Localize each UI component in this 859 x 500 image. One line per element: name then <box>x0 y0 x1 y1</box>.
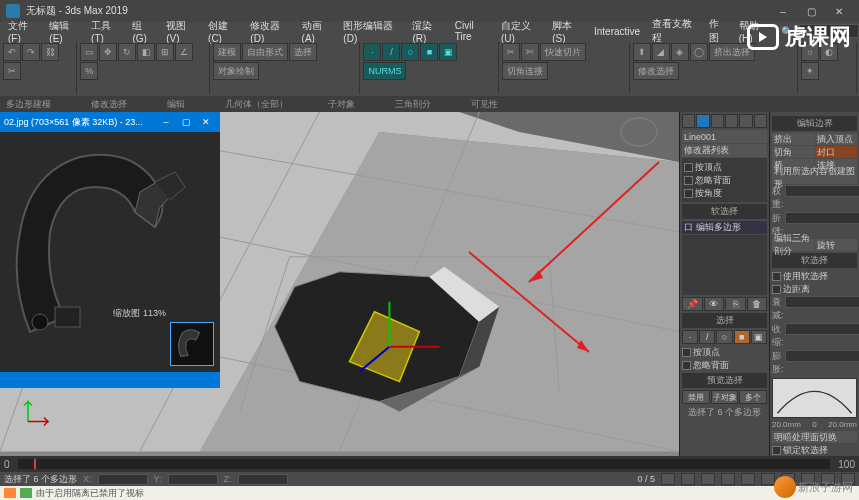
create-tab[interactable] <box>682 114 695 128</box>
hierarchy-tab[interactable] <box>711 114 724 128</box>
subbar-e[interactable]: 子对象 <box>328 98 355 111</box>
crease-input[interactable] <box>785 212 859 224</box>
snap-button[interactable]: ⊞ <box>156 43 174 61</box>
preview-off[interactable]: 禁用 <box>682 390 710 404</box>
subobj-element[interactable]: ▣ <box>751 330 767 344</box>
extrude-button[interactable]: ⬆ <box>633 43 651 61</box>
element-mode-button[interactable]: ▣ <box>439 43 457 61</box>
rotate-button[interactable]: ↻ <box>118 43 136 61</box>
minimize-button[interactable]: – <box>769 2 797 20</box>
quick-label[interactable]: 快速切片 <box>540 43 586 61</box>
shade-toggle[interactable]: 明暗处理面切换 <box>772 431 857 443</box>
timeline-marker[interactable] <box>34 459 36 469</box>
subbar-c[interactable]: 编辑 <box>167 98 185 111</box>
timeline-track[interactable] <box>18 459 831 469</box>
edge-dist-check[interactable]: 边距离 <box>772 283 857 295</box>
nurms-button[interactable]: NURMS <box>363 62 406 80</box>
timeline[interactable]: 0 100 <box>0 456 859 472</box>
freeform-tab[interactable]: 自由形式 <box>242 43 288 61</box>
rotate-btn[interactable]: 旋转 <box>815 239 857 251</box>
menu-create[interactable]: 创建(C) <box>204 19 242 44</box>
cut-button[interactable]: ✄ <box>521 43 539 61</box>
subbar-b[interactable]: 修改选择 <box>91 98 127 111</box>
modify-tab[interactable] <box>696 114 709 128</box>
utility-tab[interactable] <box>754 114 767 128</box>
subbar-d[interactable]: 几何体（全部） <box>225 98 288 111</box>
edit-border-header[interactable]: 编辑边界 <box>772 116 857 131</box>
pin-stack-button[interactable]: 📌 <box>682 297 703 311</box>
subbar-f[interactable]: 三角剖分 <box>395 98 431 111</box>
remove-mod-button[interactable]: 🗑 <box>747 297 768 311</box>
play-button[interactable] <box>701 473 715 485</box>
ref-max-button[interactable]: ▢ <box>176 117 196 127</box>
falloff-input[interactable] <box>785 296 859 308</box>
poly-mode-button[interactable]: ■ <box>420 43 438 61</box>
menu-script[interactable]: 脚本(S) <box>548 19 586 44</box>
maxscript-icon[interactable] <box>20 488 32 498</box>
chamfer-btn[interactable]: 切角 <box>772 146 814 158</box>
play-prev-button[interactable] <box>681 473 695 485</box>
motion-tab[interactable] <box>725 114 738 128</box>
menu-modifier[interactable]: 修改器(D) <box>246 19 293 44</box>
ref-image-body[interactable]: 缩放图 113% <box>0 132 220 372</box>
move-button[interactable]: ✥ <box>99 43 117 61</box>
insert-vertex-btn[interactable]: 插入顶点 <box>815 133 857 145</box>
bubble-input[interactable] <box>785 350 859 362</box>
menu-edit[interactable]: 编辑(E) <box>45 19 83 44</box>
menu-graph[interactable]: 图形编辑器(D) <box>339 19 404 44</box>
z-coord-input[interactable] <box>238 474 288 485</box>
subobj-border[interactable]: ○ <box>716 330 732 344</box>
unlink-button[interactable]: ✂ <box>3 62 21 80</box>
convert-label[interactable]: 切角连接 <box>502 62 548 80</box>
redo-button[interactable]: ↷ <box>22 43 40 61</box>
play-next-button[interactable] <box>721 473 735 485</box>
subbar-g[interactable]: 可见性 <box>471 98 498 111</box>
extrude-label[interactable]: 挤出选择 <box>709 43 755 61</box>
lock-soft-check[interactable]: 锁定软选择 <box>772 444 857 456</box>
menu-civil[interactable]: Civil Tire <box>451 20 493 42</box>
menu-custom[interactable]: 自定义(U) <box>497 19 544 44</box>
preview-multi[interactable]: 多个 <box>739 390 767 404</box>
select-button[interactable]: ▭ <box>80 43 98 61</box>
menu-help[interactable]: 帮助(H) <box>735 19 773 44</box>
by-vertex-check[interactable]: 按顶点 <box>682 346 767 358</box>
reference-image-window[interactable]: 02.jpg (703×561 像素 32KB) - 23... – ▢ ✕ 缩… <box>0 112 220 388</box>
weight-input[interactable] <box>785 185 859 197</box>
menu-interactive[interactable]: Interactive <box>590 26 644 37</box>
maximize-button[interactable]: ▢ <box>797 2 825 20</box>
selection-header[interactable]: 选择 <box>682 313 767 328</box>
border-mode-button[interactable]: ○ <box>401 43 419 61</box>
quickslice-button[interactable]: ✂ <box>502 43 520 61</box>
material-button[interactable]: ◐ <box>820 43 838 61</box>
play-end-button[interactable] <box>741 473 755 485</box>
extrude-btn[interactable]: 挤出 <box>772 133 814 145</box>
object-name-field[interactable]: Line001 <box>682 130 767 143</box>
percent-snap-button[interactable]: % <box>80 62 98 80</box>
cap-btn[interactable]: 封口 <box>815 146 857 158</box>
menu-view[interactable]: 视图(V) <box>162 19 200 44</box>
menu-anim[interactable]: 动画(A) <box>298 19 336 44</box>
light-button[interactable]: ✦ <box>801 62 819 80</box>
ref-close-button[interactable]: ✕ <box>196 117 216 127</box>
create-shape-btn[interactable]: 利用所选内容创建图形 <box>772 172 857 184</box>
edit-poly-header[interactable]: 口 编辑多边形 <box>682 221 767 234</box>
unique-button[interactable]: ⎘ <box>725 297 746 311</box>
menu-tutorial[interactable]: 查看支教程 <box>648 17 701 45</box>
inset-button[interactable]: ◈ <box>671 43 689 61</box>
render-button[interactable]: ☼ <box>801 43 819 61</box>
y-coord-input[interactable] <box>168 474 218 485</box>
link-button[interactable]: ⛓ <box>41 43 59 61</box>
script-icon[interactable] <box>4 488 16 498</box>
sel-back-check[interactable]: 忽略背面 <box>684 174 765 186</box>
modeling-tab[interactable]: 建模 <box>213 43 241 61</box>
edit-tri-btn[interactable]: 编辑三角剖分 <box>772 239 814 251</box>
menu-group[interactable]: 组(G) <box>128 19 158 44</box>
object-tab[interactable]: 对象绘制 <box>213 62 259 80</box>
ref-thumbnail[interactable] <box>170 322 214 366</box>
angle-snap-button[interactable]: ∠ <box>175 43 193 61</box>
menu-file[interactable]: 文件(F) <box>4 19 41 44</box>
play-start-button[interactable] <box>661 473 675 485</box>
scale-button[interactable]: ◧ <box>137 43 155 61</box>
subobj-vertex[interactable]: · <box>682 330 698 344</box>
preview-sub[interactable]: 子对象 <box>711 390 739 404</box>
